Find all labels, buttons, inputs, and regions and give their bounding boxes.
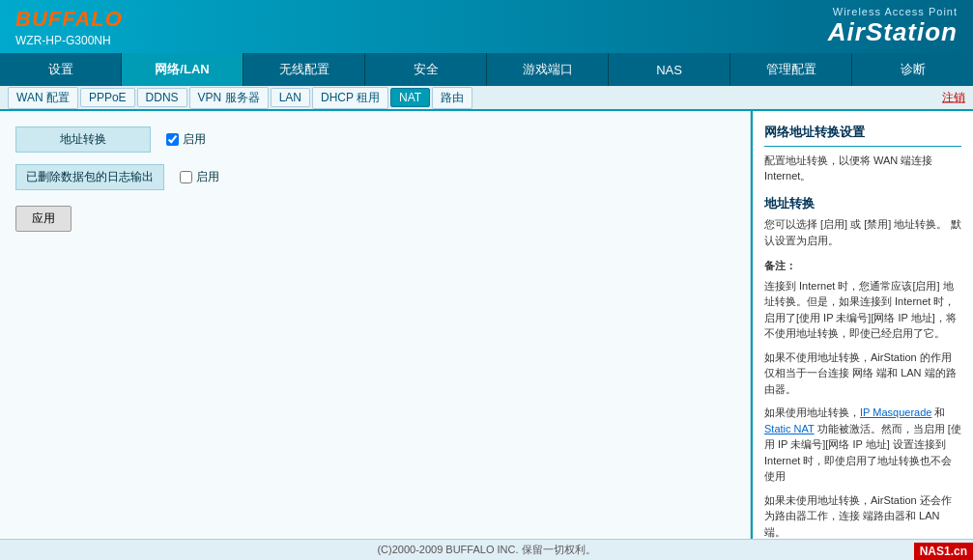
help-note-1: 如果不使用地址转换，AirStation 的作用仅相当于一台连接 网络 端和 L…: [764, 350, 961, 398]
settings-rows: 地址转换启用已删除数据包的日志输出启用: [15, 126, 734, 190]
content-area: 地址转换启用已删除数据包的日志输出启用 应用 网络地址转换设置 配置地址转换，以…: [0, 111, 973, 539]
help-section-desc: 您可以选择 [启用] 或 [禁用] 地址转换。 默认设置为启用。: [764, 216, 961, 248]
sub-tab-DHCP 租用[interactable]: DHCP 租用: [312, 87, 388, 109]
watermark: NAS1.cn: [914, 543, 973, 560]
left-panel: 地址转换启用已删除数据包的日志输出启用 应用: [0, 111, 751, 539]
help-desc: 配置地址转换，以便将 WAN 端连接 Internet。: [764, 153, 961, 184]
sub-tab-路由[interactable]: 路由: [432, 87, 472, 109]
footer: (C)2000-2009 BUFFALO INC. 保留一切权利。: [0, 539, 973, 560]
static-nat-link[interactable]: Static NAT: [764, 423, 815, 434]
checkbox-label: 启用: [196, 169, 219, 185]
nav-tabs: 设置网络/LAN无线配置安全游戏端口NAS管理配置诊断: [0, 53, 973, 86]
help-title: 网络地址转换设置: [764, 123, 961, 147]
help-note-2: 如果使用地址转换，IP Masquerade 和 Static NAT 功能被激…: [764, 405, 961, 485]
logo-area: BUFFALO WZR-HP-G300NH: [15, 7, 123, 47]
help-section-title: 地址转换: [764, 194, 961, 213]
sub-tab-VPN 服务器[interactable]: VPN 服务器: [189, 87, 269, 109]
airstation-label: AirStation: [828, 17, 958, 47]
help-note-3: 如果未使用地址转换，AirStation 还会作为路由器工作，连接 端路由器和 …: [764, 492, 961, 540]
help-notes: 连接到 Internet 时，您通常应该[启用] 地址转换。但是，如果连接到 I…: [764, 278, 961, 540]
sub-tab-WAN 配置[interactable]: WAN 配置: [8, 87, 78, 109]
help-note-title: 备注：: [764, 258, 961, 274]
checkbox-label: 启用: [183, 131, 206, 148]
footer-text: (C)2000-2009 BUFFALO INC. 保留一切权利。: [377, 543, 595, 557]
sub-tab-NAT[interactable]: NAT: [390, 88, 430, 107]
ip-masquerade-link[interactable]: IP Masquerade: [860, 406, 931, 418]
enable-checkbox[interactable]: [166, 133, 179, 146]
brand-right: Wireless Access Point AirStation: [828, 6, 958, 47]
setting-label: 已删除数据包的日志输出: [15, 164, 164, 190]
sub-nav: WAN 配置PPPoEDDNSVPN 服务器LANDHCP 租用NAT路由注销: [0, 86, 973, 111]
sub-tab-DDNS[interactable]: DDNS: [137, 88, 187, 107]
nav-tab-无线配置[interactable]: 无线配置: [243, 53, 365, 86]
help-panel: 网络地址转换设置 配置地址转换，以便将 WAN 端连接 Internet。 地址…: [751, 111, 973, 539]
nav-tab-网络/LAN[interactable]: 网络/LAN: [122, 53, 243, 86]
help-note-0: 连接到 Internet 时，您通常应该[启用] 地址转换。但是，如果连接到 I…: [764, 278, 961, 342]
nav-tab-设置[interactable]: 设置: [0, 53, 122, 86]
wireless-label: Wireless Access Point: [833, 6, 958, 17]
nav-tab-诊断[interactable]: 诊断: [852, 53, 973, 86]
logout-button[interactable]: 注销: [942, 90, 965, 106]
sub-tab-LAN[interactable]: LAN: [271, 88, 310, 107]
checkbox-group: 启用: [166, 131, 206, 148]
enable-checkbox[interactable]: [180, 171, 192, 183]
nav-tab-安全[interactable]: 安全: [365, 53, 487, 86]
nav-tab-NAS[interactable]: NAS: [609, 53, 730, 86]
sub-tab-PPPoE[interactable]: PPPoE: [80, 88, 135, 107]
setting-row: 已删除数据包的日志输出启用: [15, 164, 734, 190]
model-label: WZR-HP-G300NH: [15, 34, 123, 47]
buffalo-logo: BUFFALO: [15, 7, 123, 32]
setting-label: 地址转换: [15, 126, 151, 153]
apply-button[interactable]: 应用: [15, 206, 72, 232]
nav-tab-管理配置[interactable]: 管理配置: [730, 53, 852, 86]
checkbox-group: 启用: [180, 169, 219, 185]
nav-tab-游戏端口[interactable]: 游戏端口: [487, 53, 609, 86]
setting-row: 地址转换启用: [15, 126, 734, 153]
